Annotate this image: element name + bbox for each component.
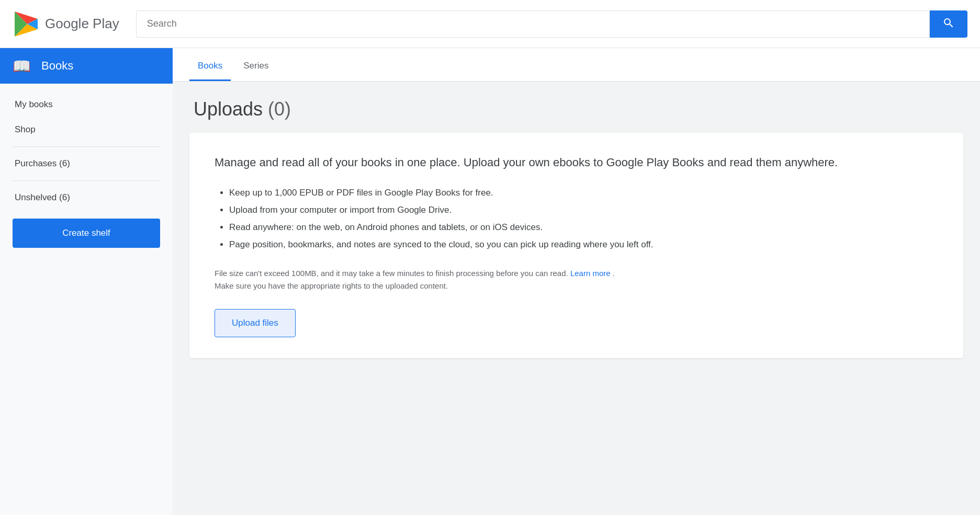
search-bar — [136, 10, 967, 38]
upload-files-button[interactable]: Upload files — [215, 309, 296, 337]
content-card: Manage and read all of your books in one… — [189, 133, 963, 358]
logo-area: Google Play — [13, 10, 119, 38]
search-button[interactable] — [930, 10, 967, 38]
tab-books[interactable]: Books — [189, 61, 231, 81]
list-item: Page position, bookmarks, and notes are … — [229, 237, 938, 253]
sidebar-item-shop[interactable]: Shop — [0, 117, 173, 142]
sidebar-item-my-books[interactable]: My books — [0, 92, 173, 117]
uploads-title: Uploads (0) — [194, 98, 959, 120]
learn-more-link[interactable]: Learn more — [570, 269, 611, 278]
main-content: Books Series Uploads (0) Manage and read… — [173, 48, 980, 515]
sidebar: 📖 Books My books Shop Purchases (6) Unsh… — [0, 48, 173, 515]
uploads-header: Uploads (0) — [173, 82, 980, 133]
header: Google Play — [0, 0, 980, 48]
card-footer-text: File size can't exceed 100MB, and it may… — [215, 267, 938, 292]
footer-text-1: File size can't exceed 100MB, and it may… — [215, 269, 568, 278]
list-item: Read anywhere: on the web, on Android ph… — [229, 220, 938, 235]
sidebar-header: 📖 Books — [0, 48, 173, 84]
uploads-count: (0) — [268, 98, 291, 120]
card-heading: Manage and read all of your books in one… — [215, 154, 938, 171]
sidebar-nav: My books Shop Purchases (6) Unshelved (6… — [0, 84, 173, 265]
sidebar-item-purchases[interactable]: Purchases (6) — [0, 151, 173, 176]
search-input[interactable] — [136, 10, 930, 38]
main-layout: 📖 Books My books Shop Purchases (6) Unsh… — [0, 48, 980, 515]
sidebar-divider-1 — [13, 146, 160, 147]
sidebar-divider-2 — [13, 180, 160, 181]
list-item: Upload from your computer or import from… — [229, 203, 938, 218]
sidebar-item-unshelved[interactable]: Unshelved (6) — [0, 185, 173, 210]
uploads-title-text: Uploads — [194, 98, 263, 120]
tabs-bar: Books Series — [173, 48, 980, 82]
search-icon — [942, 17, 955, 29]
tab-series[interactable]: Series — [235, 61, 277, 81]
books-icon: 📖 — [13, 58, 31, 75]
sidebar-section-label: Books — [41, 59, 73, 73]
footer-text-2: Make sure you have the appropriate right… — [215, 281, 448, 290]
google-play-logo-icon — [13, 10, 40, 38]
card-bullet-list: Keep up to 1,000 EPUB or PDF files in Go… — [215, 186, 938, 253]
list-item: Keep up to 1,000 EPUB or PDF files in Go… — [229, 186, 938, 201]
logo-text: Google Play — [45, 16, 119, 32]
create-shelf-button[interactable]: Create shelf — [13, 219, 160, 248]
